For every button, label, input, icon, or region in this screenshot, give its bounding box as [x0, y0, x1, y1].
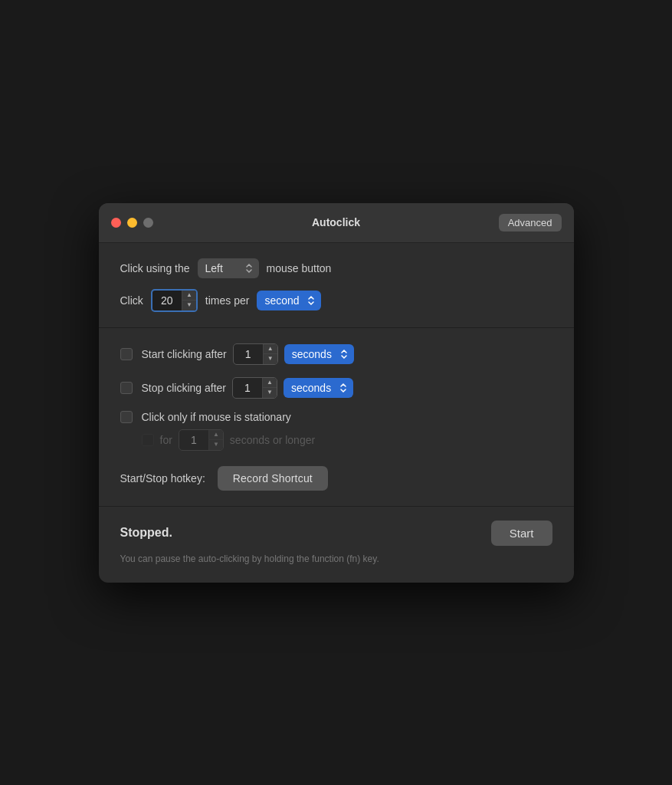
- stationary-spinner: ▲ ▼: [208, 430, 223, 450]
- click-rate-spinner: ▲ ▼: [182, 291, 196, 310]
- hint-text: You can pause the auto-clicking by holdi…: [120, 552, 552, 566]
- stationary-label: Click only if mouse is stationary: [142, 411, 291, 423]
- stop-clicking-label: Stop clicking after: [142, 382, 227, 394]
- start-clicking-label: Start clicking after: [142, 348, 227, 360]
- start-after-input[interactable]: [234, 345, 263, 363]
- stationary-checkbox[interactable]: [120, 411, 133, 423]
- stationary-block: Click only if mouse is stationary for ▲ …: [120, 411, 552, 451]
- click-rate-down[interactable]: ▼: [182, 301, 196, 310]
- stationary-value-input[interactable]: [179, 431, 208, 449]
- stationary-for-label: for: [160, 434, 172, 446]
- start-after-spinner: ▲ ▼: [263, 344, 277, 364]
- start-after-down[interactable]: ▼: [264, 354, 277, 364]
- advanced-button[interactable]: Advanced: [499, 214, 562, 232]
- start-after-input-wrapper: ▲ ▼: [233, 343, 278, 365]
- click-using-label: Click using the: [120, 262, 190, 274]
- click-rate-middle: times per: [205, 294, 250, 307]
- status-row: Stopped. Start: [120, 521, 552, 546]
- minimize-button[interactable]: [127, 218, 137, 228]
- stationary-row: Click only if mouse is stationary: [120, 411, 552, 423]
- record-shortcut-button[interactable]: Record Shortcut: [218, 466, 328, 491]
- click-rate-input[interactable]: 20: [152, 291, 182, 310]
- hotkey-row: Start/Stop hotkey: Record Shortcut: [120, 466, 552, 491]
- stop-after-up[interactable]: ▲: [263, 378, 277, 388]
- stop-clicking-row: Stop clicking after ▲ ▼ seconds minutes: [120, 377, 552, 399]
- stop-after-spinner: ▲ ▼: [262, 378, 277, 398]
- start-clicking-checkbox[interactable]: [120, 348, 133, 360]
- start-clicking-row: Start clicking after ▲ ▼ seconds minutes: [120, 343, 552, 365]
- stationary-sub-row: for ▲ ▼ seconds or longer: [142, 429, 552, 451]
- titlebar: Autoclick Advanced: [99, 203, 574, 243]
- stationary-up[interactable]: ▲: [209, 430, 223, 440]
- mouse-button-row: Click using the Left Right Middle mouse …: [120, 258, 552, 278]
- start-button[interactable]: Start: [491, 521, 552, 546]
- stop-clicking-checkbox[interactable]: [120, 382, 133, 394]
- stationary-down[interactable]: ▼: [209, 440, 223, 450]
- stop-clicking-inline: Stop clicking after ▲ ▼ seconds minutes: [142, 377, 354, 399]
- footer-section: Stopped. Start You can pause the auto-cl…: [99, 507, 574, 583]
- click-rate-input-wrapper: 20 ▲ ▼: [151, 289, 198, 312]
- stop-after-unit-select[interactable]: seconds minutes: [284, 378, 353, 398]
- hotkey-label: Start/Stop hotkey:: [120, 472, 205, 484]
- close-button[interactable]: [111, 218, 121, 228]
- stationary-sub-checkbox[interactable]: [142, 434, 154, 446]
- click-rate-up[interactable]: ▲: [182, 291, 196, 301]
- app-window: Autoclick Advanced Click using the Left …: [99, 203, 574, 583]
- timing-section: Start clicking after ▲ ▼ seconds minutes…: [99, 328, 574, 507]
- start-clicking-inline: Start clicking after ▲ ▼ seconds minutes: [142, 343, 354, 365]
- stationary-value-wrapper: ▲ ▼: [179, 429, 224, 451]
- maximize-button[interactable]: [143, 218, 153, 228]
- status-text: Stopped.: [120, 526, 172, 540]
- start-after-up[interactable]: ▲: [264, 344, 277, 354]
- mouse-button-suffix: mouse button: [267, 262, 332, 274]
- traffic-lights: [111, 218, 153, 228]
- mouse-button-select[interactable]: Left Right Middle: [198, 258, 259, 278]
- stop-after-input-wrapper: ▲ ▼: [232, 377, 277, 399]
- stop-after-input[interactable]: [233, 379, 262, 397]
- start-after-unit-select[interactable]: seconds minutes: [284, 344, 354, 364]
- rate-unit-select[interactable]: second minute: [257, 291, 321, 310]
- stop-after-down[interactable]: ▼: [263, 388, 277, 398]
- window-title: Autoclick: [312, 216, 360, 228]
- click-rate-row: Click 20 ▲ ▼ times per second minute: [120, 289, 552, 312]
- click-settings-section: Click using the Left Right Middle mouse …: [99, 243, 574, 328]
- stationary-suffix: seconds or longer: [230, 434, 315, 446]
- click-rate-prefix: Click: [120, 294, 143, 307]
